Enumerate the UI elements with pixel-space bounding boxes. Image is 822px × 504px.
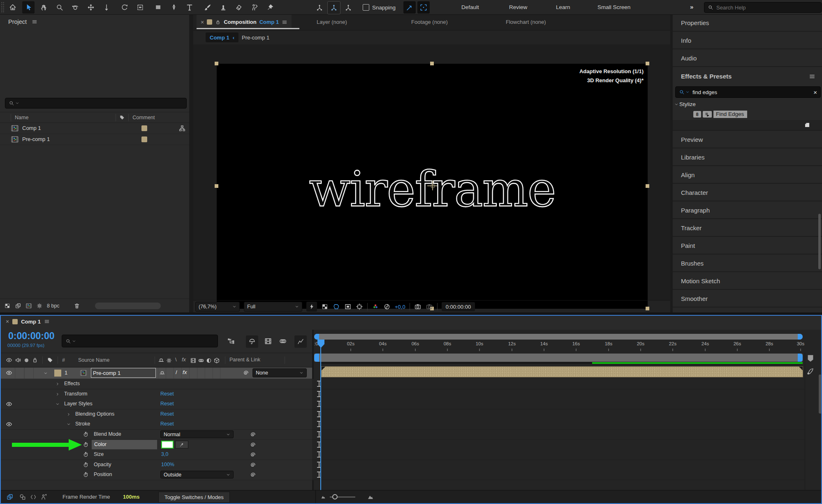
help-search-box[interactable]	[704, 2, 822, 13]
parent-pickwhip-icon[interactable]	[243, 370, 249, 376]
eyedropper-button[interactable]	[175, 441, 188, 449]
view-axis-mode-icon[interactable]	[342, 2, 354, 14]
show-snapshot-icon[interactable]	[426, 303, 433, 310]
mask-visibility-icon[interactable]	[333, 303, 340, 310]
reset-link[interactable]: Reset	[160, 421, 174, 427]
project-row-precomp1[interactable]: Pre-comp 1	[0, 134, 189, 145]
comp-handle-top-left[interactable]	[215, 62, 218, 65]
layer-row[interactable]: 1 Pre-comp 1 / fx None	[1, 368, 312, 379]
pan-camera-tool-icon[interactable]	[85, 1, 97, 14]
layer-expander-chevron[interactable]	[44, 371, 48, 375]
project-search-input[interactable]	[21, 100, 183, 107]
panel-paint[interactable]: Paint	[673, 238, 822, 254]
column-name[interactable]: Name	[15, 115, 28, 120]
world-axis-mode-icon[interactable]	[327, 1, 340, 14]
timeline-tab[interactable]: × Comp 1	[6, 318, 50, 325]
pickwhip-icon[interactable]	[250, 472, 256, 478]
pickwhip-icon[interactable]	[250, 442, 256, 448]
audio-cell[interactable]	[15, 368, 24, 379]
viewer-canvas-area[interactable]: Adaptive Resolution (1/1) 3D Render Qual…	[193, 44, 670, 300]
chevron-right-icon[interactable]	[56, 382, 60, 386]
brush-tool-icon[interactable]	[201, 1, 214, 14]
graph-row[interactable]	[312, 470, 805, 480]
fx-icon[interactable]: fx	[182, 356, 186, 363]
chevron-right-icon[interactable]	[67, 412, 71, 416]
work-area-end-handle[interactable]	[798, 354, 803, 362]
property-row-opacity[interactable]: Opacity 100%	[1, 460, 312, 470]
frame-blending-icon[interactable]	[264, 337, 272, 345]
label-color-swatch[interactable]	[141, 136, 147, 142]
stopwatch-icon[interactable]	[83, 442, 89, 448]
playhead-line[interactable]	[320, 347, 321, 490]
project-row-comp1[interactable]: Comp 1	[0, 123, 189, 134]
chevron-down-icon[interactable]	[56, 402, 60, 406]
solo-cell[interactable]	[24, 368, 34, 379]
tab-composition[interactable]: × Composition Comp 1	[197, 15, 292, 29]
render-time-pane-icon[interactable]	[40, 493, 48, 501]
project-settings-icon[interactable]	[36, 303, 43, 309]
trash-icon[interactable]	[74, 303, 80, 309]
stroke-color-swatch[interactable]	[161, 441, 174, 449]
graph-editor-icon[interactable]	[294, 335, 307, 348]
panel-motion-sketch[interactable]: Motion Sketch	[673, 273, 822, 290]
graph-row[interactable]	[312, 460, 805, 470]
expand-layer-switches-icon[interactable]	[6, 493, 14, 501]
effects-search-input[interactable]	[692, 89, 811, 96]
graph-row[interactable]	[312, 430, 805, 440]
snapping-checkbox[interactable]	[363, 4, 369, 11]
rotation-tool-icon[interactable]	[118, 1, 131, 14]
shy-icon[interactable]	[158, 357, 164, 364]
time-navigator-bar[interactable]	[314, 334, 803, 340]
layer-duration-bar[interactable]	[321, 366, 803, 377]
blend-mode-dropdown[interactable]: Normal	[160, 430, 234, 438]
column-comment[interactable]: Comment	[132, 115, 155, 120]
orbit-camera-tool-icon[interactable]	[69, 1, 81, 14]
comp-handle-mid-right[interactable]	[646, 184, 649, 188]
puppet-pin-tool-icon[interactable]	[264, 1, 276, 14]
reset-link[interactable]: Reset	[160, 391, 174, 397]
graph-row[interactable]	[312, 419, 805, 430]
new-composition-icon[interactable]	[25, 303, 32, 309]
clear-search-icon[interactable]: ×	[813, 89, 817, 96]
panel-paragraph[interactable]: Paragraph	[673, 202, 822, 219]
hand-tool-icon[interactable]	[38, 1, 50, 14]
timeline-timecode[interactable]: 0:00:00:00	[8, 331, 55, 342]
column-source-name[interactable]: Source Name	[78, 357, 109, 363]
layer-quality-icon[interactable]: /	[176, 369, 177, 375]
motion-blur-icon[interactable]	[198, 357, 204, 364]
fast-preview-icon[interactable]	[306, 302, 317, 312]
graph-row[interactable]	[312, 409, 805, 420]
panel-audio[interactable]: Audio	[673, 50, 822, 67]
property-row-layer-styles[interactable]: Layer Styles Reset	[1, 399, 312, 409]
project-panel-title[interactable]: Project	[8, 18, 27, 25]
graph-row[interactable]	[312, 440, 805, 450]
pickwhip-icon[interactable]	[250, 431, 256, 438]
zoom-tool-icon[interactable]	[53, 1, 66, 14]
reset-link[interactable]: Reset	[160, 401, 174, 407]
color-depth-label[interactable]: 8 bpc	[47, 303, 60, 309]
collapse-transformations-icon[interactable]	[166, 357, 172, 364]
help-search-input[interactable]	[715, 4, 818, 11]
transparency-grid-icon[interactable]	[321, 303, 329, 310]
reset-link[interactable]: Reset	[160, 411, 174, 417]
navigator-start-handle[interactable]	[314, 334, 319, 340]
snap-features-icon[interactable]	[403, 1, 416, 14]
panel-preview[interactable]: Preview	[673, 132, 822, 148]
snapshot-camera-icon[interactable]	[414, 303, 421, 310]
chevron-right-icon[interactable]	[56, 392, 60, 396]
comp-handle-top-right[interactable]	[646, 62, 649, 65]
column-hash[interactable]: #	[62, 357, 65, 363]
comp-handle-mid-left[interactable]	[215, 184, 218, 188]
project-item-name[interactable]: Comp 1	[22, 125, 41, 131]
quality-icon[interactable]: \	[175, 356, 177, 363]
workspace-small-screen[interactable]: Small Screen	[597, 4, 630, 10]
toolbar-grip[interactable]	[1, 2, 5, 13]
graph-row[interactable]	[312, 389, 805, 400]
lock-icon[interactable]	[215, 19, 221, 25]
comp-handle-top-center[interactable]	[430, 62, 434, 65]
layer-out-point[interactable]	[799, 367, 803, 370]
effect-name[interactable]: Find Edges	[713, 111, 747, 118]
panel-divider[interactable]	[189, 15, 193, 312]
size-value[interactable]: 3,0	[161, 451, 168, 457]
grid-guides-icon[interactable]	[356, 303, 363, 310]
